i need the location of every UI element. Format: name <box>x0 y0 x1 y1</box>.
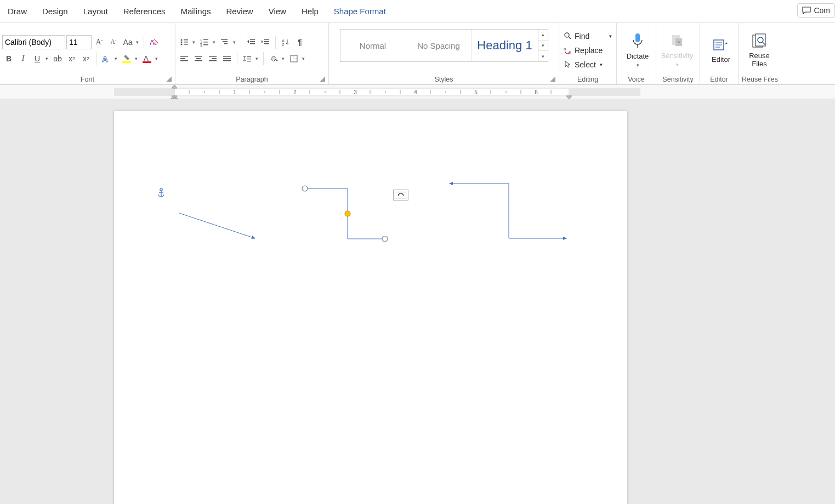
shading-button[interactable]: ▾ <box>267 51 286 66</box>
handle-end[interactable] <box>382 236 388 242</box>
italic-button[interactable]: I <box>16 51 30 66</box>
font-launcher[interactable]: ◢ <box>165 75 173 82</box>
svg-rect-34 <box>209 56 217 57</box>
svg-rect-36 <box>209 60 217 61</box>
svg-rect-39 <box>223 60 231 61</box>
editor-icon <box>712 37 730 53</box>
highlight-button[interactable]: ▾ <box>120 51 139 66</box>
tab-design[interactable]: Design <box>35 4 76 18</box>
svg-rect-33 <box>195 60 202 61</box>
tab-help[interactable]: Help <box>294 4 326 18</box>
styles-launcher[interactable]: ◢ <box>549 75 556 82</box>
style-heading-1[interactable]: Heading 1 <box>472 30 538 61</box>
strikethrough-button[interactable]: ab <box>51 51 64 66</box>
shape-straight-arrow[interactable] <box>177 211 259 244</box>
font-size-combo[interactable] <box>66 35 92 49</box>
align-center-button[interactable] <box>192 51 205 66</box>
svg-rect-25 <box>264 43 269 44</box>
bullets-button[interactable]: ▾ <box>178 35 197 49</box>
page-1[interactable] <box>114 111 627 504</box>
shape-elbow-connector-selected[interactable] <box>298 184 391 244</box>
svg-text:c: c <box>569 50 571 54</box>
dictate-button[interactable]: Dictate ▾ <box>619 26 656 75</box>
numbering-button[interactable]: 123▾ <box>198 35 217 49</box>
document-area[interactable] <box>0 99 835 504</box>
text-effects-button[interactable]: A▾ <box>100 51 119 66</box>
find-button[interactable]: Find▾ <box>561 30 614 43</box>
reuse-files-button[interactable]: Reuse Files <box>741 26 778 75</box>
shrink-font-button[interactable]: Aˇ <box>107 35 120 49</box>
paint-bucket-icon <box>269 54 278 63</box>
svg-text:1: 1 <box>233 89 236 95</box>
tab-layout[interactable]: Layout <box>76 4 116 18</box>
justify-icon <box>223 54 231 63</box>
svg-rect-23 <box>264 39 269 40</box>
layout-options-button[interactable] <box>393 190 408 201</box>
font-color-button[interactable]: A▾ <box>140 51 160 66</box>
svg-text:3: 3 <box>200 44 202 47</box>
show-marks-button[interactable]: ¶ <box>293 35 306 49</box>
replace-icon: bc <box>564 46 572 54</box>
handle-start[interactable] <box>302 186 308 191</box>
decrease-indent-button[interactable] <box>245 35 258 49</box>
cursor-icon <box>564 60 572 68</box>
replace-button[interactable]: bc Replace <box>561 44 614 57</box>
bold-button[interactable]: B <box>2 51 15 66</box>
justify-button[interactable] <box>220 51 234 66</box>
svg-rect-17 <box>221 39 228 40</box>
shape-elbow-double-arrow[interactable] <box>443 179 575 245</box>
group-editor-pane: Editor Editor <box>700 23 739 84</box>
editor-button[interactable]: Editor <box>702 26 740 75</box>
font-name-combo[interactable] <box>2 35 65 49</box>
anchor-icon <box>157 188 166 198</box>
style-no-spacing[interactable]: No Spacing <box>406 30 472 61</box>
tab-shape-format[interactable]: Shape Format <box>326 4 394 18</box>
svg-rect-16 <box>203 44 208 45</box>
tab-view[interactable]: View <box>261 4 294 18</box>
microphone-icon <box>630 32 645 50</box>
numbering-icon: 123 <box>200 38 209 47</box>
borders-button[interactable]: ▾ <box>287 51 306 66</box>
tab-mailings[interactable]: Mailings <box>173 4 218 18</box>
multilevel-button[interactable]: ▾ <box>218 35 237 49</box>
align-right-button[interactable] <box>206 51 219 66</box>
styles-scroll-down[interactable]: ▾ <box>538 41 548 51</box>
group-voice: Dictate ▾ Voice <box>617 23 656 84</box>
svg-rect-22 <box>250 43 255 44</box>
svg-text:Z: Z <box>282 43 285 47</box>
svg-rect-38 <box>223 58 231 59</box>
grow-font-button[interactable]: Aˆ <box>93 35 106 49</box>
style-normal[interactable]: Normal <box>340 30 406 61</box>
styles-expand[interactable]: ▾ <box>538 51 548 61</box>
horizontal-ruler[interactable]: 1 2 3 4 5 6 <box>114 85 640 99</box>
align-left-button[interactable] <box>178 51 191 66</box>
handle-adjust[interactable] <box>345 211 350 216</box>
tab-review[interactable]: Review <box>219 4 261 18</box>
svg-line-48 <box>569 37 571 39</box>
svg-text:A: A <box>102 54 108 63</box>
svg-point-7 <box>181 41 183 43</box>
comments-button[interactable]: Com <box>797 3 835 18</box>
svg-rect-65 <box>569 88 640 96</box>
svg-point-9 <box>181 43 183 45</box>
svg-text:3: 3 <box>354 89 357 95</box>
subscript-button[interactable]: x2 <box>65 51 78 66</box>
svg-rect-41 <box>247 59 251 59</box>
styles-scroll-up[interactable]: ▴ <box>538 30 548 41</box>
increase-indent-button[interactable] <box>259 35 272 49</box>
group-font: Aˆ Aˇ Aa▾ A B I U▾ ab x2 x2 A▾ ▾ A▾ <box>0 23 175 84</box>
svg-rect-31 <box>195 56 202 57</box>
svg-point-91 <box>160 188 162 191</box>
superscript-button[interactable]: x2 <box>79 51 93 66</box>
paragraph-launcher[interactable]: ◢ <box>319 75 326 82</box>
comments-label: Com <box>814 6 830 15</box>
tab-draw[interactable]: Draw <box>0 4 35 18</box>
tab-references[interactable]: References <box>116 4 173 18</box>
select-button[interactable]: Select▾ <box>561 58 614 71</box>
svg-rect-14 <box>203 42 208 43</box>
clear-formatting-button[interactable]: A <box>147 35 161 49</box>
line-spacing-button[interactable]: ▾ <box>241 51 260 66</box>
sort-button[interactable]: AZ <box>279 35 292 49</box>
change-case-button[interactable]: Aa▾ <box>121 35 140 49</box>
underline-button[interactable]: U▾ <box>31 51 50 66</box>
